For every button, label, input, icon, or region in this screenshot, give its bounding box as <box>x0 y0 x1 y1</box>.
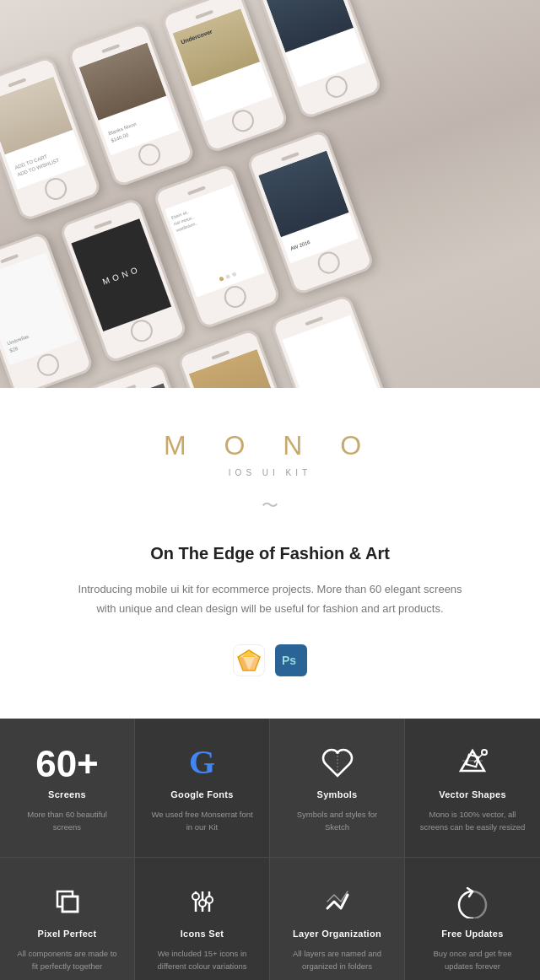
svg-point-6 <box>336 751 339 754</box>
free-updates-desc: Buy once and get free updates forever <box>418 947 526 972</box>
feature-vector-shapes: Vector Shapes Mono is 100% vector, all s… <box>405 719 540 858</box>
free-updates-title: Free Updates <box>418 929 526 939</box>
vector-shapes-icon <box>456 746 489 779</box>
svg-point-19 <box>206 897 213 903</box>
screens-title: Screens <box>14 789 121 800</box>
google-fonts-desc: We used free Monserrat font in our Kit <box>148 808 256 833</box>
feature-symbols: Symbols Symbols and styles for Sketch <box>270 719 405 858</box>
pixel-perfect-title: Pixel Perfect <box>14 929 121 939</box>
icons-set-icon <box>186 885 219 918</box>
feature-layer-organization: Layer Organization All layers are named … <box>270 858 405 980</box>
pixel-perfect-desc: All components are made to fit perfectly… <box>14 947 121 972</box>
screens-number: 60+ <box>14 746 121 783</box>
hero-section: ADD TO CARTADD TO WISHLIST Blanks Nixon$… <box>0 0 540 388</box>
feature-icons-set: Icons Set We included 15+ icons in diffe… <box>135 858 270 980</box>
photoshop-icon: Ps <box>275 644 307 676</box>
pixel-perfect-icon <box>51 885 84 918</box>
tool-icons: Ps <box>68 644 472 676</box>
layer-organization-icon <box>321 885 354 918</box>
feature-google-fonts: G Google Fonts We used free Monserrat fo… <box>135 719 270 858</box>
screens-desc: More than 60 beautiful screens <box>14 808 121 833</box>
svg-text:Ps: Ps <box>282 654 296 667</box>
layer-organization-desc: All layers are named and organized in fo… <box>284 947 391 972</box>
brand-section: M O N O IOS UI KIT 〜 On The Edge of Fash… <box>0 388 540 719</box>
icons-set-desc: We included 15+ icons in different colou… <box>148 947 256 972</box>
free-updates-icon <box>456 885 489 918</box>
svg-point-18 <box>199 900 206 907</box>
google-fonts-title: Google Fonts <box>148 789 256 800</box>
vector-shapes-title: Vector Shapes <box>418 789 526 800</box>
svg-point-17 <box>192 893 199 900</box>
layer-organization-title: Layer Organization <box>284 929 391 939</box>
svg-rect-12 <box>62 897 78 912</box>
tagline: On The Edge of Fashion & Art <box>68 542 472 564</box>
feature-screens: 60+ Screens More than 60 beautiful scree… <box>0 719 135 858</box>
symbols-desc: Symbols and styles for Sketch <box>284 808 391 833</box>
symbols-icon <box>321 746 354 779</box>
symbols-title: Symbols <box>284 789 391 800</box>
vector-shapes-desc: Mono is 100% vector, all screens can be … <box>418 808 526 833</box>
brand-logo: M O N O <box>68 430 472 461</box>
wave-icon: 〜 <box>68 494 472 517</box>
brand-subtitle: IOS UI KIT <box>68 468 472 477</box>
features-grid: 60+ Screens More than 60 beautiful scree… <box>0 719 540 980</box>
google-fonts-icon: G <box>148 746 256 779</box>
description: Introducing mobile ui kit for ecommerce … <box>68 579 472 619</box>
phones-mockup: ADD TO CARTADD TO WISHLIST Blanks Nixon$… <box>0 0 540 388</box>
icons-set-title: Icons Set <box>148 929 256 939</box>
feature-pixel-perfect: Pixel Perfect All components are made to… <box>0 858 135 980</box>
feature-free-updates: Free Updates Buy once and get free updat… <box>405 858 540 980</box>
sketch-icon <box>233 644 265 676</box>
